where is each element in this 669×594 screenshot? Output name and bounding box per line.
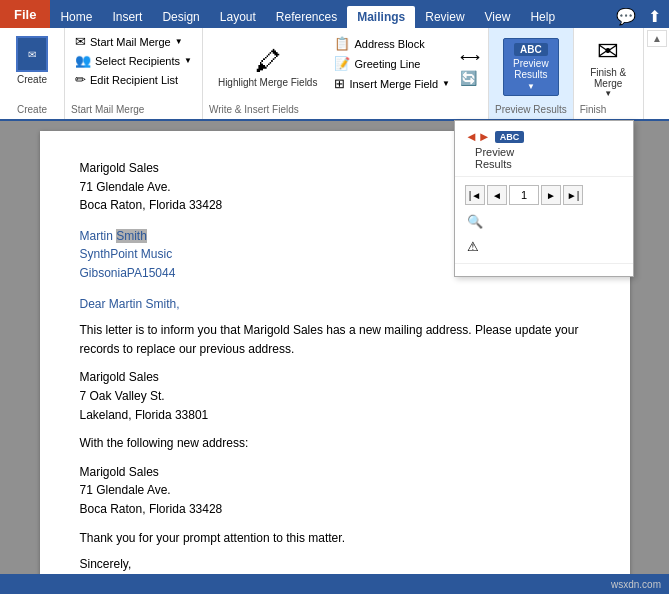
tab-references[interactable]: References — [266, 6, 347, 28]
tab-layout[interactable]: Layout — [210, 6, 266, 28]
dropdown-arrow: ▼ — [175, 37, 183, 46]
body-paragraph-1: This letter is to inform you that Marigo… — [80, 321, 590, 358]
navigation-row: |◄ ◄ ► ►| — [455, 181, 633, 209]
salutation: Dear Martin Smith, — [80, 295, 590, 314]
create-button[interactable]: ✉ Create — [8, 32, 56, 102]
edit-recipients-icon: ✏ — [75, 72, 86, 87]
ribbon-group-start-mail-merge: ✉ Start Mail Merge ▼ 👥 Select Recipients… — [65, 28, 203, 119]
tab-mailings[interactable]: Mailings — [347, 6, 415, 28]
preview-abc-label: ABC — [520, 44, 542, 55]
create-icon: ✉ — [28, 49, 36, 60]
tab-review[interactable]: Review — [415, 6, 474, 28]
comments-icon[interactable]: 💬 — [612, 5, 640, 28]
start-mail-merge-group-label: Start Mail Merge — [71, 102, 196, 115]
tab-home[interactable]: Home — [50, 6, 102, 28]
insert-merge-field-button[interactable]: ⊞ Insert Merge Field ▼ — [330, 74, 454, 93]
status-right: wsxdn.com — [611, 579, 661, 590]
dropdown-preview-label: PreviewResults — [475, 146, 514, 170]
ribbon-group-write-insert: 🖍 Highlight Merge Fields 📋 Address Block… — [203, 28, 489, 119]
ribbon-collapse-button[interactable]: ▲ — [647, 30, 667, 47]
old-address-line-2: 71 Glendale Ave. — [80, 481, 590, 500]
dropdown-arrow2: ▼ — [184, 56, 192, 65]
old-address-line-1: Marigold Sales — [80, 463, 590, 482]
tab-view[interactable]: View — [475, 6, 521, 28]
record-number-input[interactable] — [509, 185, 539, 205]
file-button[interactable]: File — [0, 0, 50, 28]
closing-line-2: Sincerely, — [80, 555, 590, 574]
tab-help[interactable]: Help — [520, 6, 565, 28]
check-for-errors-button[interactable]: ⚠ — [455, 234, 633, 259]
share-icon[interactable]: ⬆ — [644, 5, 665, 28]
preview-results-button[interactable]: ABC PreviewResults ▼ — [503, 38, 559, 96]
preview-dropdown-arrow: ▼ — [527, 82, 535, 91]
finish-merge-button[interactable]: ✉ Finish &Merge ▼ — [581, 32, 635, 102]
new-address-line-3: Lakeland, Florida 33801 — [80, 406, 590, 425]
greeting-line-button[interactable]: 📝 Greeting Line — [330, 54, 454, 73]
check-errors-icon: ⚠ — [467, 239, 479, 254]
write-insert-group-label: Write & Insert Fields — [209, 102, 482, 115]
create-group-label: Create — [17, 102, 47, 115]
highlight-label: Highlight Merge Fields — [218, 77, 318, 88]
ribbon-group-preview: ABC PreviewResults ▼ Preview Results — [489, 28, 574, 119]
closing-line-1: Thank you for your prompt attention to t… — [80, 529, 590, 548]
update-labels-button[interactable]: 🔄 — [458, 68, 482, 88]
find-recipient-icon: 🔍 — [467, 214, 483, 229]
ribbon-group-create: ✉ Create Create — [0, 28, 65, 119]
recipient-first-name: Martin — [80, 229, 113, 243]
match-fields-button[interactable]: ⟷ — [458, 47, 482, 67]
find-recipient-button[interactable]: 🔍 — [455, 209, 633, 234]
prev-record-button[interactable]: ◄ — [487, 185, 507, 205]
finish-merge-label: Finish &Merge — [590, 67, 626, 89]
next-record-button[interactable]: ► — [541, 185, 561, 205]
status-bar: wsxdn.com — [0, 574, 669, 594]
address-block-button[interactable]: 📋 Address Block — [330, 34, 454, 53]
finish-merge-icon: ✉ — [597, 36, 619, 67]
recipient-last-name: Smith — [116, 229, 147, 243]
tab-insert[interactable]: Insert — [102, 6, 152, 28]
preview-results-dropdown: ◄► ABC PreviewResults |◄ ◄ ► ►| 🔍 ⚠ — [454, 120, 634, 277]
start-mail-merge-button[interactable]: ✉ Start Mail Merge ▼ — [71, 32, 196, 51]
dropdown-preview-results-button[interactable]: ◄► ABC PreviewResults — [465, 129, 524, 170]
select-recipients-button[interactable]: 👥 Select Recipients ▼ — [71, 51, 196, 70]
start-merge-icon: ✉ — [75, 34, 86, 49]
highlight-icon: 🖍 — [255, 46, 281, 77]
edit-recipient-list-button[interactable]: ✏ Edit Recipient List — [71, 70, 196, 89]
greeting-line-icon: 📝 — [334, 56, 350, 71]
tab-design[interactable]: Design — [152, 6, 209, 28]
old-address-block: Marigold Sales 71 Glendale Ave. Boca Rat… — [80, 463, 590, 519]
highlight-merge-fields-button[interactable]: 🖍 Highlight Merge Fields — [209, 32, 327, 102]
first-record-button[interactable]: |◄ — [465, 185, 485, 205]
preview-group-label: Preview Results — [495, 102, 567, 115]
dropdown-arrows-icon: ◄► — [465, 129, 491, 144]
insert-merge-icon: ⊞ — [334, 76, 345, 91]
dropdown-section-label — [455, 268, 633, 272]
ribbon-group-finish: ✉ Finish &Merge ▼ Finish — [574, 28, 644, 119]
new-address-block: Marigold Sales 7 Oak Valley St. Lakeland… — [80, 368, 590, 424]
finish-group-label: Finish — [580, 102, 637, 115]
old-address-line-3: Boca Raton, Florida 33428 — [80, 500, 590, 519]
preview-results-label: PreviewResults — [513, 58, 549, 80]
insert-merge-arrow: ▼ — [442, 79, 450, 88]
create-label: Create — [17, 74, 47, 85]
new-address-line-2: 7 Oak Valley St. — [80, 387, 590, 406]
finish-arrow: ▼ — [604, 89, 612, 98]
body-paragraph-2: With the following new address: — [80, 434, 590, 453]
last-record-button[interactable]: ►| — [563, 185, 583, 205]
address-block-icon: 📋 — [334, 36, 350, 51]
new-address-line-1: Marigold Sales — [80, 368, 590, 387]
select-recipients-icon: 👥 — [75, 53, 91, 68]
